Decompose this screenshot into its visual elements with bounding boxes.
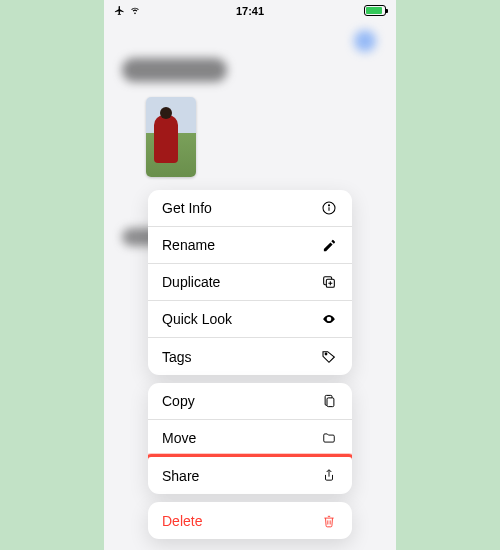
menu-group-2: Copy Move Share: [148, 383, 352, 494]
status-right: [364, 5, 386, 18]
menu-item-duplicate[interactable]: Duplicate: [148, 264, 352, 301]
menu-label: Share: [162, 468, 199, 484]
menu-label: Duplicate: [162, 274, 220, 290]
phone-screen: 17:41 Get Info Rename: [104, 0, 396, 550]
duplicate-icon: [320, 273, 338, 291]
status-left: [114, 5, 141, 18]
status-time: 17:41: [236, 5, 264, 17]
menu-item-move[interactable]: Move: [148, 420, 352, 457]
menu-group-3: Delete: [148, 502, 352, 539]
airplane-mode-icon: [114, 5, 125, 18]
file-thumbnail[interactable]: [146, 97, 196, 177]
menu-label: Copy: [162, 393, 195, 409]
pencil-icon: [320, 236, 338, 254]
menu-item-delete[interactable]: Delete: [148, 502, 352, 539]
svg-point-7: [325, 353, 327, 355]
menu-group-1: Get Info Rename Duplicate Quick Look: [148, 190, 352, 375]
menu-label: Rename: [162, 237, 215, 253]
trash-icon: [320, 512, 338, 530]
svg-rect-8: [327, 398, 334, 407]
context-menu: Get Info Rename Duplicate Quick Look: [148, 190, 352, 547]
svg-point-6: [328, 318, 330, 320]
copy-icon: [320, 392, 338, 410]
menu-item-share[interactable]: Share: [148, 457, 352, 494]
menu-label: Quick Look: [162, 311, 232, 327]
menu-label: Move: [162, 430, 196, 446]
info-icon: [320, 199, 338, 217]
folder-icon: [320, 429, 338, 447]
wifi-icon: [129, 5, 141, 17]
svg-point-2: [328, 205, 329, 206]
menu-label: Tags: [162, 349, 192, 365]
status-bar: 17:41: [104, 0, 396, 22]
menu-label: Delete: [162, 513, 202, 529]
menu-item-get-info[interactable]: Get Info: [148, 190, 352, 227]
share-icon: [320, 467, 338, 485]
menu-item-quick-look[interactable]: Quick Look: [148, 301, 352, 338]
menu-label: Get Info: [162, 200, 212, 216]
battery-icon: [364, 5, 386, 16]
eye-icon: [320, 310, 338, 328]
tag-icon: [320, 348, 338, 366]
menu-item-copy[interactable]: Copy: [148, 383, 352, 420]
menu-item-rename[interactable]: Rename: [148, 227, 352, 264]
menu-item-tags[interactable]: Tags: [148, 338, 352, 375]
